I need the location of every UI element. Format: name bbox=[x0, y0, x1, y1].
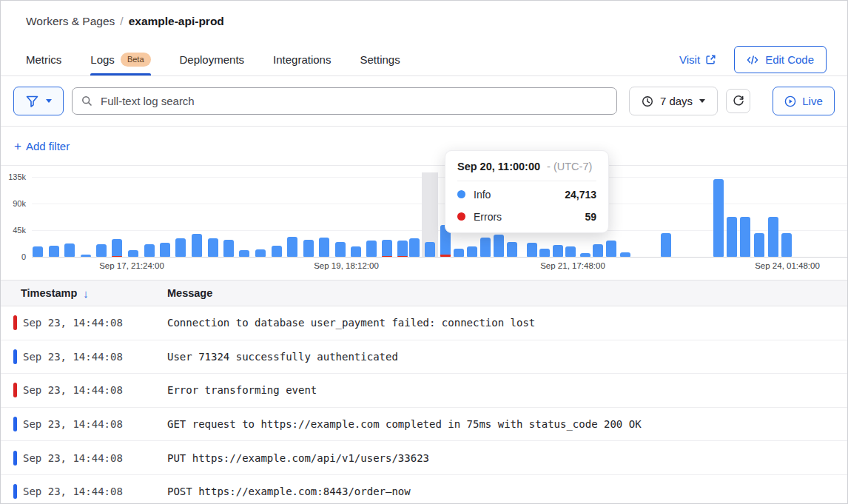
chart-bar[interactable] bbox=[239, 250, 249, 257]
sort-descending-icon[interactable]: ↓ bbox=[83, 287, 89, 300]
tab-settings[interactable]: Settings bbox=[360, 44, 400, 75]
log-message: PUT https://example.com/api/v1/users/336… bbox=[167, 452, 429, 464]
table-row[interactable]: Sep 23, 14:44:08User 71324 successfully … bbox=[1, 340, 847, 374]
chart-bar[interactable] bbox=[661, 233, 671, 257]
chart-bar[interactable] bbox=[553, 245, 563, 257]
chart-bar[interactable] bbox=[33, 246, 43, 257]
chart-bar[interactable] bbox=[740, 217, 750, 257]
chart-bar[interactable] bbox=[144, 244, 155, 257]
y-axis-tick-label: 45k bbox=[1, 226, 26, 235]
breadcrumb-separator: / bbox=[120, 15, 123, 27]
filter-row: 7 days Live bbox=[1, 76, 847, 127]
errors-dot-icon bbox=[457, 212, 465, 221]
table-row[interactable]: Sep 23, 14:44:08POST https://example.com… bbox=[1, 475, 847, 504]
time-range-select[interactable]: 7 days bbox=[629, 87, 718, 115]
chart-bar[interactable] bbox=[255, 249, 266, 257]
tab-metrics[interactable]: Metrics bbox=[26, 44, 61, 75]
visit-link[interactable]: Visit bbox=[679, 53, 716, 66]
live-label: Live bbox=[802, 95, 823, 107]
chart-bar-error-segment bbox=[112, 256, 122, 257]
chart-bar[interactable] bbox=[351, 246, 361, 257]
chart-bar[interactable] bbox=[128, 250, 138, 257]
log-volume-chart: 135k90k45k0Sep 17, 21:24:00Sep 19, 18:12… bbox=[1, 165, 848, 280]
chart-bar[interactable] bbox=[527, 243, 537, 257]
chart-bar[interactable] bbox=[223, 240, 234, 257]
log-timestamp: Sep 23, 14:44:08 bbox=[23, 317, 167, 329]
tab-integrations[interactable]: Integrations bbox=[273, 44, 331, 75]
tab-bar: MetricsLogsBetaDeploymentsIntegrationsSe… bbox=[1, 44, 847, 76]
chart-bar[interactable] bbox=[565, 246, 576, 257]
search-icon bbox=[81, 95, 92, 107]
chart-bar[interactable] bbox=[272, 246, 282, 257]
chart-bar[interactable] bbox=[593, 244, 603, 257]
table-row[interactable]: Sep 23, 14:44:08Error transforming event bbox=[1, 374, 847, 408]
log-timestamp: Sep 23, 14:44:08 bbox=[23, 351, 167, 363]
chart-bar-error-segment bbox=[397, 256, 408, 257]
log-timestamp: Sep 23, 14:44:08 bbox=[23, 384, 167, 396]
add-filter-button[interactable]: + Add filter bbox=[14, 140, 70, 152]
chart-bar[interactable] bbox=[727, 217, 737, 257]
tab-logs[interactable]: LogsBeta bbox=[90, 44, 150, 75]
chart-bar-hovered[interactable] bbox=[425, 242, 435, 257]
chart-bar[interactable] bbox=[96, 244, 107, 257]
log-level-indicator-info bbox=[13, 417, 17, 431]
chart-bar[interactable] bbox=[287, 237, 297, 257]
chart-bar[interactable] bbox=[175, 238, 186, 257]
log-level-indicator-info bbox=[13, 349, 17, 364]
chart-bar[interactable] bbox=[409, 238, 420, 257]
table-row[interactable]: Sep 23, 14:44:08Connection to database u… bbox=[1, 306, 847, 340]
filter-dropdown-button[interactable] bbox=[13, 87, 64, 115]
chart-bar[interactable] bbox=[49, 246, 59, 257]
gridline bbox=[32, 177, 848, 178]
chart-bar[interactable] bbox=[64, 243, 75, 257]
chart-bar[interactable] bbox=[397, 241, 408, 257]
chart-bar[interactable] bbox=[768, 217, 778, 257]
breadcrumb-section[interactable]: Workers & Pages bbox=[26, 15, 115, 27]
chart-bar[interactable] bbox=[606, 241, 616, 257]
tab-label: Logs bbox=[90, 53, 115, 66]
column-timestamp-label: Timestamp bbox=[21, 287, 77, 299]
chart-bar[interactable] bbox=[208, 238, 218, 257]
search-box[interactable] bbox=[72, 87, 617, 115]
beta-badge: Beta bbox=[121, 53, 151, 67]
chart-bar[interactable] bbox=[454, 249, 464, 257]
chart-bar[interactable] bbox=[713, 179, 724, 257]
tab-deployments[interactable]: Deployments bbox=[180, 44, 245, 75]
refresh-button[interactable] bbox=[726, 89, 750, 113]
chart-bar[interactable] bbox=[303, 240, 314, 257]
chart-bar[interactable] bbox=[539, 249, 550, 257]
chart-bar[interactable] bbox=[580, 253, 590, 257]
tooltip-title: Sep 20, 11:00:00 - (UTC-7) bbox=[457, 161, 596, 181]
chart-bar[interactable] bbox=[112, 239, 122, 257]
log-message: Connection to database user_payment fail… bbox=[167, 317, 535, 329]
chart-bar[interactable] bbox=[192, 234, 202, 257]
chart-bar[interactable] bbox=[507, 242, 517, 257]
chart-bar[interactable] bbox=[319, 238, 329, 257]
column-timestamp: Timestamp ↓ bbox=[21, 287, 167, 300]
table-row[interactable]: Sep 23, 14:44:08PUT https://example.com/… bbox=[1, 441, 847, 475]
chart-bar[interactable] bbox=[754, 233, 764, 257]
chart-bar[interactable] bbox=[335, 242, 346, 257]
table-row[interactable]: Sep 23, 14:44:08GET request to https://e… bbox=[1, 408, 847, 442]
add-filter-row: + Add filter bbox=[1, 127, 847, 166]
edit-code-button[interactable]: Edit Code bbox=[734, 46, 827, 73]
tooltip-series-name: Info bbox=[474, 189, 565, 201]
chart-bar[interactable] bbox=[620, 252, 630, 257]
search-input[interactable] bbox=[99, 94, 608, 108]
chevron-down-icon bbox=[46, 99, 52, 103]
chart-bar[interactable] bbox=[781, 233, 792, 257]
log-message: GET request to https://example.com compl… bbox=[167, 418, 642, 430]
tab-items: MetricsLogsBetaDeploymentsIntegrationsSe… bbox=[26, 44, 429, 75]
log-timestamp: Sep 23, 14:44:08 bbox=[23, 418, 167, 430]
chart-bar[interactable] bbox=[467, 246, 477, 257]
log-level-indicator-info bbox=[13, 451, 17, 466]
chart-bar[interactable] bbox=[160, 243, 170, 257]
edit-code-label: Edit Code bbox=[765, 53, 814, 66]
chart-bar[interactable] bbox=[81, 255, 91, 257]
chart-bar[interactable] bbox=[480, 238, 491, 257]
y-axis-tick-label: 135k bbox=[1, 172, 26, 181]
chart-bar[interactable] bbox=[382, 240, 392, 257]
chart-bar[interactable] bbox=[366, 241, 377, 257]
live-button[interactable]: Live bbox=[773, 87, 835, 115]
chart-bar[interactable] bbox=[494, 235, 504, 257]
